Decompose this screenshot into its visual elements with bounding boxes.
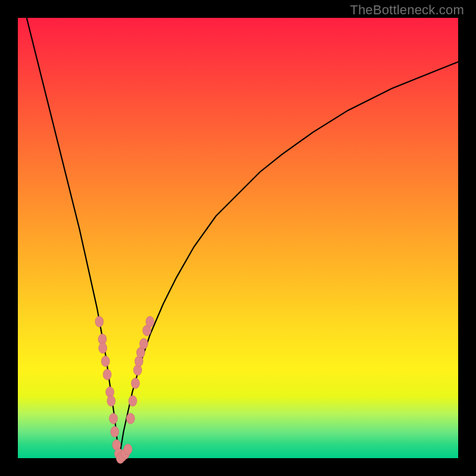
data-point [140, 339, 148, 349]
data-point [146, 317, 154, 327]
data-point [95, 317, 104, 327]
data-points-group [95, 317, 154, 464]
data-point [111, 427, 119, 437]
data-point [126, 413, 134, 424]
data-point [124, 444, 132, 455]
data-point [99, 343, 107, 353]
data-point [109, 413, 118, 424]
bottleneck-curve [27, 18, 458, 458]
data-point [103, 369, 111, 380]
chart-overlay [18, 18, 458, 458]
data-point [131, 378, 140, 389]
data-point [101, 356, 109, 367]
data-point [107, 396, 115, 406]
watermark-text: TheBottleneck.com [350, 2, 464, 18]
chart-frame: TheBottleneck.com [0, 0, 476, 476]
data-point [129, 396, 137, 406]
